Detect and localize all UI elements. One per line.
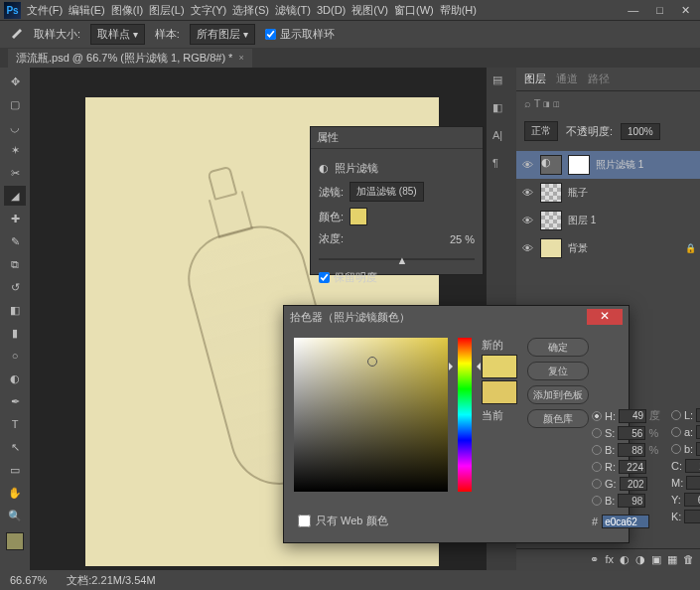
foreground-color[interactable] [6,532,24,550]
menu-file[interactable]: 文件(F) [27,3,63,18]
menu-view[interactable]: 视图(V) [351,3,388,18]
shape-tool[interactable]: ▭ [4,460,26,480]
marquee-tool[interactable]: ▢ [4,94,26,114]
show-ring-checkbox[interactable]: 显示取样环 [265,27,335,42]
cancel-button[interactable]: 复位 [527,362,589,380]
b-radio[interactable] [592,445,602,455]
menu-layer[interactable]: 图层(L) [149,3,184,18]
sample-size-select[interactable]: 取样点 ▾ [90,24,145,45]
menu-image[interactable]: 图像(I) [111,3,143,18]
para-panel-icon[interactable]: ¶ [492,157,510,175]
tab-close-icon[interactable]: × [238,53,243,63]
mask-icon[interactable]: ◐ [620,553,630,566]
maximize-icon[interactable]: □ [656,4,663,17]
type-tool[interactable]: T [4,414,26,434]
layer-row[interactable]: 👁 背景 🔒 [516,234,700,262]
eyedropper-tool[interactable]: ◢ [4,186,26,206]
adjust-icon[interactable]: ◑ [635,553,645,566]
b-input[interactable] [618,443,645,457]
doc-info[interactable]: 文档:2.21M/3.54M [67,573,155,588]
visibility-icon[interactable]: 👁 [520,242,534,254]
history-brush-tool[interactable]: ↺ [4,277,26,297]
add-swatch-button[interactable]: 添加到色板 [527,385,589,404]
dialog-close-button[interactable]: ✕ [587,309,623,325]
wand-tool[interactable]: ✶ [4,140,26,160]
layers-tab[interactable]: 图层 [524,72,546,86]
s-input[interactable] [618,426,645,440]
bv-radio[interactable] [592,496,602,506]
menu-select[interactable]: 选择(S) [232,3,269,18]
char-panel-icon[interactable]: A| [492,129,510,147]
history-panel-icon[interactable]: ▤ [492,74,510,91]
color-swatch[interactable] [350,208,367,225]
a-radio[interactable] [671,427,681,437]
sample-select[interactable]: 所有图层 ▾ [190,24,255,45]
menu-type[interactable]: 文字(Y) [191,3,227,18]
paths-tab[interactable]: 路径 [588,72,610,86]
current-color-swatch[interactable] [482,380,517,404]
filter-select[interactable]: 加温滤镜 (85) [350,182,424,202]
crop-tool[interactable]: ✂ [4,163,26,183]
k-input[interactable] [684,510,700,523]
zoom-tool[interactable]: 🔍 [4,506,26,525]
link-icon[interactable]: ⚭ [590,553,599,566]
b2-radio[interactable] [671,444,681,454]
menu-edit[interactable]: 编辑(E) [69,3,105,18]
minimize-icon[interactable]: — [628,4,638,17]
color-panel-icon[interactable]: ◧ [492,101,510,119]
dodge-tool[interactable]: ◐ [4,369,26,388]
menu-window[interactable]: 窗口(W) [394,3,434,18]
ok-button[interactable]: 确定 [527,338,589,357]
delete-icon[interactable]: 🗑 [683,553,694,566]
visibility-icon[interactable]: 👁 [520,159,534,171]
close-icon[interactable]: ✕ [681,4,690,17]
h-input[interactable] [619,409,646,423]
bv-input[interactable] [618,494,645,508]
zoom-level[interactable]: 66.67% [10,574,47,586]
heal-tool[interactable]: ✚ [4,209,26,228]
layer-row[interactable]: 👁 瓶子 [516,179,700,207]
web-only-checkbox[interactable]: 只有 Web 颜色 [298,514,388,528]
c-input[interactable] [685,459,700,473]
path-tool[interactable]: ↖ [4,437,26,457]
document-tab[interactable]: 漂流瓶.psd @ 66.7% (照片滤镜 1, RGB/8#) * × [8,49,252,68]
g-radio[interactable] [592,479,602,489]
m-input[interactable] [686,476,700,490]
hue-slider[interactable] [458,338,472,492]
eraser-tool[interactable]: ◧ [4,300,26,320]
brush-tool[interactable]: ✎ [4,231,26,251]
blend-mode-select[interactable]: 正常 [524,121,558,141]
menu-filter[interactable]: 滤镜(T) [275,3,311,18]
opacity-value[interactable]: 100% [621,123,660,140]
pen-tool[interactable]: ✒ [4,391,26,411]
layer-row[interactable]: 👁 ◐ 照片滤镜 1 [516,151,700,179]
blur-tool[interactable]: ○ [4,346,26,366]
move-tool[interactable]: ✥ [4,72,26,91]
gradient-tool[interactable]: ▮ [4,323,26,343]
a-input[interactable] [696,425,700,439]
y-input[interactable] [684,493,700,507]
channels-tab[interactable]: 通道 [556,72,578,86]
menu-help[interactable]: 帮助(H) [440,3,477,18]
r-radio[interactable] [592,462,602,472]
lasso-tool[interactable]: ◡ [4,117,26,137]
h-radio[interactable] [592,411,602,421]
l-input[interactable] [696,408,700,422]
b2-input[interactable] [696,442,700,456]
l-radio[interactable] [671,410,681,420]
fx-icon[interactable]: fx [605,553,614,566]
layer-row[interactable]: 👁 图层 1 [516,207,700,234]
r-input[interactable] [619,460,646,474]
preserve-luminosity-checkbox[interactable]: 保留明度 [319,270,377,285]
visibility-icon[interactable]: 👁 [520,187,534,199]
group-icon[interactable]: ▣ [651,553,661,566]
density-slider[interactable]: ▲ [319,252,475,266]
hand-tool[interactable]: ✋ [4,483,26,503]
s-radio[interactable] [592,428,602,438]
hex-input[interactable] [602,515,649,528]
stamp-tool[interactable]: ⧉ [4,254,26,274]
saturation-box[interactable] [294,338,448,492]
color-libs-button[interactable]: 颜色库 [527,409,589,428]
visibility-icon[interactable]: 👁 [520,215,534,226]
menu-3d[interactable]: 3D(D) [317,4,346,16]
